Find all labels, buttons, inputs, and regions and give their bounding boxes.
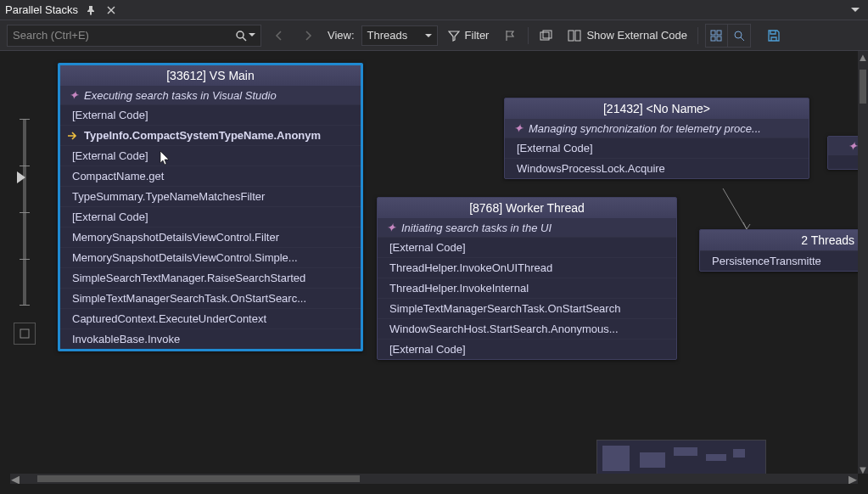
search-input-container bbox=[7, 25, 261, 47]
stack-frame-active[interactable]: TypeInfo.CompactSystemTypeName.Anonym bbox=[60, 125, 361, 145]
toolbar-separator bbox=[697, 27, 698, 44]
search-dropdown-caret-icon[interactable] bbox=[249, 33, 255, 38]
svg-point-9 bbox=[735, 31, 742, 38]
stack-frame[interactable]: TypeSummary.TypeNameMatchesFilter bbox=[60, 186, 361, 206]
svg-rect-1 bbox=[540, 32, 549, 40]
zoom-thumb-icon[interactable] bbox=[17, 171, 25, 183]
nav-forward-button[interactable] bbox=[297, 25, 319, 47]
window-menu-caret-icon[interactable] bbox=[851, 8, 860, 13]
sparkle-icon: ✦ bbox=[69, 88, 79, 102]
nav-back-button[interactable] bbox=[268, 25, 290, 47]
stack-frame[interactable]: CapturedContext.ExecuteUnderContext bbox=[60, 308, 361, 328]
stack-node-summary: ✦ Executing search tasks in Visual Studi… bbox=[60, 86, 361, 104]
search-input[interactable] bbox=[13, 29, 232, 42]
stack-frame[interactable]: SimpleTextManagerSearchTask.OnStartSearc… bbox=[60, 288, 361, 308]
stack-frame[interactable]: [External Code] bbox=[60, 145, 361, 166]
layout-search-icon[interactable] bbox=[728, 25, 750, 47]
stack-frame[interactable]: SimpleSearchTextManager.RaiseSearchStart… bbox=[60, 267, 361, 288]
stack-frame[interactable]: WindowsProcessLock.Acquire bbox=[505, 158, 809, 178]
flag-icon[interactable] bbox=[499, 25, 521, 47]
stack-frame[interactable]: [External Code] bbox=[378, 237, 676, 257]
layout-grid-icon[interactable] bbox=[706, 25, 728, 47]
svg-rect-7 bbox=[711, 36, 715, 41]
svg-rect-10 bbox=[20, 329, 29, 338]
svg-rect-3 bbox=[568, 31, 574, 41]
scroll-thumb[interactable] bbox=[37, 475, 360, 482]
show-external-code-button[interactable]: Show External Code bbox=[564, 25, 691, 47]
toolbar: View: Threads Filter Show External Code bbox=[0, 20, 868, 51]
sparkle-icon: ✦ bbox=[848, 139, 858, 153]
search-icon[interactable] bbox=[235, 30, 247, 42]
stack-frame[interactable]: CompactName.get bbox=[60, 166, 361, 186]
view-select-value: Threads bbox=[367, 29, 408, 42]
layout-button-group bbox=[705, 24, 751, 48]
external-code-icon bbox=[568, 30, 581, 42]
vertical-scrollbar[interactable]: ▲ ▼ bbox=[858, 51, 868, 474]
view-label: View: bbox=[328, 29, 355, 42]
stack-frame[interactable]: [External Code] bbox=[60, 206, 361, 227]
filter-icon bbox=[448, 30, 460, 42]
stack-frame[interactable]: SimpleTextManagerSearchTask.OnStartSearc… bbox=[378, 298, 676, 318]
current-frame-arrow-icon bbox=[67, 131, 79, 141]
show-external-code-label: Show External Code bbox=[586, 29, 687, 42]
parallel-stacks-canvas[interactable]: [33612] VS Main ✦ Executing search tasks… bbox=[0, 51, 868, 484]
stack-frame[interactable]: MemorySnapshotDetailsViewControl.Simple.… bbox=[60, 247, 361, 267]
horizontal-scrollbar[interactable]: ◀ ▶ bbox=[10, 474, 858, 484]
stack-frame[interactable]: PersistenceTransmitte bbox=[700, 250, 868, 271]
view-select[interactable]: Threads bbox=[361, 25, 438, 46]
sparkle-icon: ✦ bbox=[386, 221, 396, 234]
stack-node-no-name[interactable]: [21432] <No Name> ✦ Managing synchroniza… bbox=[504, 98, 809, 179]
toolbar-separator bbox=[528, 27, 529, 44]
stack-node-summary: ✦ Managing synchronization for telemetry… bbox=[505, 119, 809, 138]
stack-node-worker[interactable]: [8768] Worker Thread ✦ Initiating search… bbox=[377, 197, 677, 360]
close-icon[interactable] bbox=[104, 3, 119, 18]
stack-frame[interactable]: [External Code] bbox=[505, 138, 809, 158]
scroll-down-arrow-icon[interactable]: ▼ bbox=[858, 463, 868, 474]
stack-frame[interactable]: ThreadHelper.InvokeOnUIThread bbox=[378, 257, 676, 278]
pin-icon[interactable] bbox=[83, 3, 98, 18]
svg-rect-5 bbox=[711, 31, 715, 35]
scroll-right-arrow-icon[interactable]: ▶ bbox=[848, 473, 858, 485]
svg-rect-4 bbox=[575, 31, 580, 41]
window-title: Parallel Stacks bbox=[5, 3, 78, 16]
filter-label: Filter bbox=[465, 29, 490, 42]
zoom-fit-button[interactable] bbox=[14, 323, 36, 345]
node-connector-line bbox=[721, 187, 772, 233]
stack-frame[interactable]: InvokableBase.Invoke bbox=[60, 328, 361, 349]
scroll-left-arrow-icon[interactable]: ◀ bbox=[10, 473, 20, 485]
filter-button[interactable]: Filter bbox=[445, 25, 493, 47]
stack-node-header: [33612] VS Main bbox=[60, 65, 361, 86]
sparkle-icon: ✦ bbox=[513, 121, 524, 135]
svg-rect-6 bbox=[717, 31, 721, 35]
stack-frame[interactable]: ThreadHelper.InvokeInternal bbox=[378, 278, 676, 298]
stack-node-thread-group[interactable]: 2 Threads PersistenceTransmitte bbox=[699, 229, 868, 272]
stack-frame[interactable]: [External Code] bbox=[60, 104, 361, 125]
stack-node-header: [8768] Worker Thread bbox=[378, 198, 676, 218]
stack-node-vs-main[interactable]: [33612] VS Main ✦ Executing search tasks… bbox=[58, 63, 363, 351]
stack-frame[interactable]: [External Code] bbox=[378, 339, 676, 359]
frames-icon[interactable] bbox=[535, 25, 557, 47]
stack-frame[interactable]: WindowSearchHost.StartSearch.Anonymous..… bbox=[378, 318, 676, 339]
window-titlebar: Parallel Stacks bbox=[0, 0, 868, 20]
svg-point-0 bbox=[237, 31, 244, 38]
save-icon[interactable] bbox=[763, 25, 785, 47]
scroll-up-arrow-icon[interactable]: ▲ bbox=[858, 51, 868, 61]
stack-node-summary: ✦ Initiating search tasks in the UI bbox=[378, 218, 676, 237]
scroll-thumb[interactable] bbox=[860, 70, 866, 104]
zoom-slider[interactable] bbox=[17, 119, 32, 306]
minimap[interactable] bbox=[596, 440, 766, 477]
svg-rect-8 bbox=[717, 36, 721, 41]
svg-rect-2 bbox=[543, 31, 552, 38]
stack-frame[interactable]: MemorySnapshotDetailsViewControl.Filter bbox=[60, 227, 361, 247]
stack-node-header: [21432] <No Name> bbox=[505, 98, 809, 119]
